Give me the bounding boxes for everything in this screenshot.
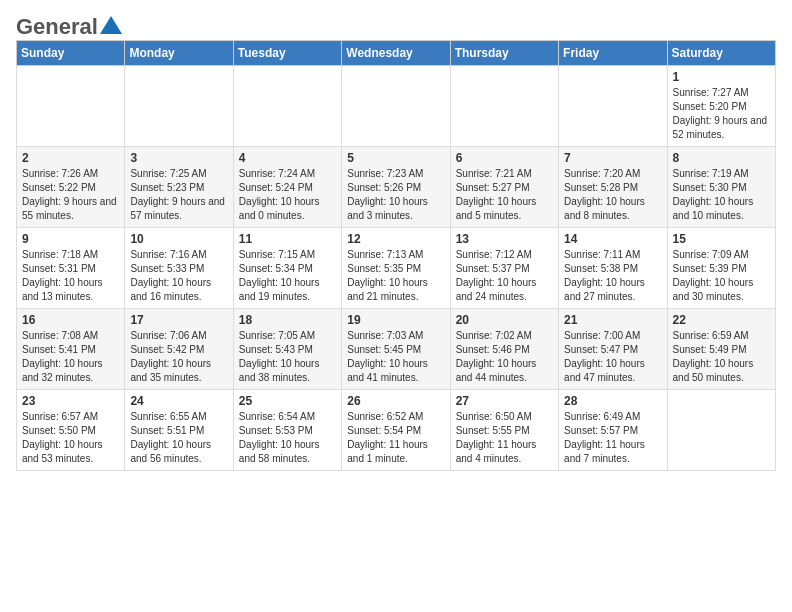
weekday-header-saturday: Saturday	[667, 41, 775, 66]
day-info: Sunrise: 7:06 AMSunset: 5:42 PMDaylight:…	[130, 330, 211, 383]
day-cell: 27 Sunrise: 6:50 AMSunset: 5:55 PMDaylig…	[450, 390, 558, 471]
logo-text: General	[16, 16, 98, 38]
header: General	[16, 16, 776, 32]
logo-icon	[100, 16, 122, 34]
day-cell: 6 Sunrise: 7:21 AMSunset: 5:27 PMDayligh…	[450, 147, 558, 228]
day-cell	[667, 390, 775, 471]
day-number: 22	[673, 313, 770, 327]
day-info: Sunrise: 7:26 AMSunset: 5:22 PMDaylight:…	[22, 168, 117, 221]
day-info: Sunrise: 6:50 AMSunset: 5:55 PMDaylight:…	[456, 411, 537, 464]
day-info: Sunrise: 7:15 AMSunset: 5:34 PMDaylight:…	[239, 249, 320, 302]
day-cell: 22 Sunrise: 6:59 AMSunset: 5:49 PMDaylig…	[667, 309, 775, 390]
day-cell: 18 Sunrise: 7:05 AMSunset: 5:43 PMDaylig…	[233, 309, 341, 390]
day-cell	[559, 66, 667, 147]
day-cell: 2 Sunrise: 7:26 AMSunset: 5:22 PMDayligh…	[17, 147, 125, 228]
day-info: Sunrise: 7:05 AMSunset: 5:43 PMDaylight:…	[239, 330, 320, 383]
calendar: SundayMondayTuesdayWednesdayThursdayFrid…	[16, 40, 776, 471]
weekday-header-friday: Friday	[559, 41, 667, 66]
day-info: Sunrise: 7:18 AMSunset: 5:31 PMDaylight:…	[22, 249, 103, 302]
day-number: 26	[347, 394, 444, 408]
day-number: 11	[239, 232, 336, 246]
weekday-header-sunday: Sunday	[17, 41, 125, 66]
weekday-header-wednesday: Wednesday	[342, 41, 450, 66]
day-number: 20	[456, 313, 553, 327]
day-cell: 9 Sunrise: 7:18 AMSunset: 5:31 PMDayligh…	[17, 228, 125, 309]
day-number: 27	[456, 394, 553, 408]
day-info: Sunrise: 7:00 AMSunset: 5:47 PMDaylight:…	[564, 330, 645, 383]
day-number: 4	[239, 151, 336, 165]
day-number: 9	[22, 232, 119, 246]
svg-marker-0	[100, 16, 122, 34]
day-cell: 26 Sunrise: 6:52 AMSunset: 5:54 PMDaylig…	[342, 390, 450, 471]
day-number: 1	[673, 70, 770, 84]
day-number: 19	[347, 313, 444, 327]
day-cell	[450, 66, 558, 147]
week-row-5: 23 Sunrise: 6:57 AMSunset: 5:50 PMDaylig…	[17, 390, 776, 471]
day-info: Sunrise: 7:19 AMSunset: 5:30 PMDaylight:…	[673, 168, 754, 221]
day-number: 3	[130, 151, 227, 165]
day-info: Sunrise: 6:59 AMSunset: 5:49 PMDaylight:…	[673, 330, 754, 383]
day-cell: 3 Sunrise: 7:25 AMSunset: 5:23 PMDayligh…	[125, 147, 233, 228]
day-cell: 14 Sunrise: 7:11 AMSunset: 5:38 PMDaylig…	[559, 228, 667, 309]
day-number: 7	[564, 151, 661, 165]
day-cell: 28 Sunrise: 6:49 AMSunset: 5:57 PMDaylig…	[559, 390, 667, 471]
weekday-header-tuesday: Tuesday	[233, 41, 341, 66]
day-number: 24	[130, 394, 227, 408]
day-number: 14	[564, 232, 661, 246]
day-number: 25	[239, 394, 336, 408]
day-info: Sunrise: 6:55 AMSunset: 5:51 PMDaylight:…	[130, 411, 211, 464]
day-cell: 15 Sunrise: 7:09 AMSunset: 5:39 PMDaylig…	[667, 228, 775, 309]
day-number: 16	[22, 313, 119, 327]
week-row-3: 9 Sunrise: 7:18 AMSunset: 5:31 PMDayligh…	[17, 228, 776, 309]
day-cell: 23 Sunrise: 6:57 AMSunset: 5:50 PMDaylig…	[17, 390, 125, 471]
day-info: Sunrise: 7:08 AMSunset: 5:41 PMDaylight:…	[22, 330, 103, 383]
day-number: 12	[347, 232, 444, 246]
day-number: 21	[564, 313, 661, 327]
day-cell: 11 Sunrise: 7:15 AMSunset: 5:34 PMDaylig…	[233, 228, 341, 309]
day-info: Sunrise: 7:13 AMSunset: 5:35 PMDaylight:…	[347, 249, 428, 302]
logo: General	[16, 16, 122, 32]
day-number: 8	[673, 151, 770, 165]
day-cell: 25 Sunrise: 6:54 AMSunset: 5:53 PMDaylig…	[233, 390, 341, 471]
day-info: Sunrise: 7:23 AMSunset: 5:26 PMDaylight:…	[347, 168, 428, 221]
day-info: Sunrise: 7:09 AMSunset: 5:39 PMDaylight:…	[673, 249, 754, 302]
day-number: 5	[347, 151, 444, 165]
day-cell	[233, 66, 341, 147]
day-info: Sunrise: 7:25 AMSunset: 5:23 PMDaylight:…	[130, 168, 225, 221]
day-info: Sunrise: 7:02 AMSunset: 5:46 PMDaylight:…	[456, 330, 537, 383]
day-number: 2	[22, 151, 119, 165]
day-number: 17	[130, 313, 227, 327]
day-number: 13	[456, 232, 553, 246]
day-number: 18	[239, 313, 336, 327]
day-cell: 5 Sunrise: 7:23 AMSunset: 5:26 PMDayligh…	[342, 147, 450, 228]
day-cell: 17 Sunrise: 7:06 AMSunset: 5:42 PMDaylig…	[125, 309, 233, 390]
day-info: Sunrise: 7:12 AMSunset: 5:37 PMDaylight:…	[456, 249, 537, 302]
day-cell: 8 Sunrise: 7:19 AMSunset: 5:30 PMDayligh…	[667, 147, 775, 228]
week-row-2: 2 Sunrise: 7:26 AMSunset: 5:22 PMDayligh…	[17, 147, 776, 228]
day-cell: 10 Sunrise: 7:16 AMSunset: 5:33 PMDaylig…	[125, 228, 233, 309]
day-info: Sunrise: 7:11 AMSunset: 5:38 PMDaylight:…	[564, 249, 645, 302]
day-info: Sunrise: 7:16 AMSunset: 5:33 PMDaylight:…	[130, 249, 211, 302]
day-cell	[342, 66, 450, 147]
day-info: Sunrise: 6:52 AMSunset: 5:54 PMDaylight:…	[347, 411, 428, 464]
day-info: Sunrise: 7:21 AMSunset: 5:27 PMDaylight:…	[456, 168, 537, 221]
day-cell: 13 Sunrise: 7:12 AMSunset: 5:37 PMDaylig…	[450, 228, 558, 309]
day-number: 28	[564, 394, 661, 408]
day-cell: 12 Sunrise: 7:13 AMSunset: 5:35 PMDaylig…	[342, 228, 450, 309]
day-cell: 20 Sunrise: 7:02 AMSunset: 5:46 PMDaylig…	[450, 309, 558, 390]
day-info: Sunrise: 6:49 AMSunset: 5:57 PMDaylight:…	[564, 411, 645, 464]
day-cell: 21 Sunrise: 7:00 AMSunset: 5:47 PMDaylig…	[559, 309, 667, 390]
day-cell	[17, 66, 125, 147]
day-number: 6	[456, 151, 553, 165]
week-row-1: 1 Sunrise: 7:27 AMSunset: 5:20 PMDayligh…	[17, 66, 776, 147]
day-info: Sunrise: 7:03 AMSunset: 5:45 PMDaylight:…	[347, 330, 428, 383]
day-cell: 1 Sunrise: 7:27 AMSunset: 5:20 PMDayligh…	[667, 66, 775, 147]
day-cell: 16 Sunrise: 7:08 AMSunset: 5:41 PMDaylig…	[17, 309, 125, 390]
day-info: Sunrise: 7:24 AMSunset: 5:24 PMDaylight:…	[239, 168, 320, 221]
day-number: 15	[673, 232, 770, 246]
day-info: Sunrise: 7:20 AMSunset: 5:28 PMDaylight:…	[564, 168, 645, 221]
day-cell	[125, 66, 233, 147]
day-number: 23	[22, 394, 119, 408]
page-container: General SundayMondayTuesdayWednesdayThur…	[0, 0, 792, 479]
day-cell: 24 Sunrise: 6:55 AMSunset: 5:51 PMDaylig…	[125, 390, 233, 471]
